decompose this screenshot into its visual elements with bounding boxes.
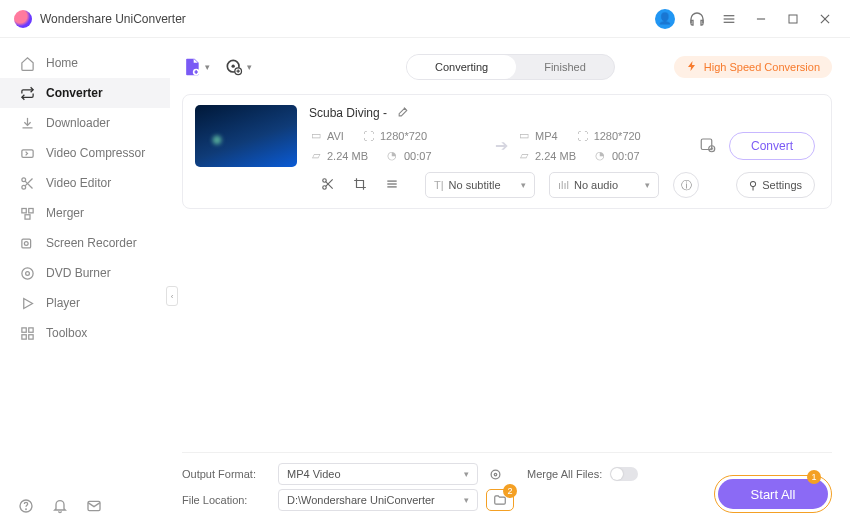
svg-marker-19 (23, 298, 32, 308)
dst-resolution: 1280*720 (594, 130, 641, 142)
svg-point-40 (491, 470, 500, 479)
sidebar-item-label: Video Compressor (46, 146, 145, 160)
home-icon (18, 56, 36, 71)
svg-rect-12 (21, 208, 25, 212)
svg-point-25 (26, 509, 27, 510)
sidebar-item-label: Converter (46, 86, 103, 100)
high-speed-label: High Speed Conversion (704, 61, 820, 73)
mail-icon[interactable] (86, 498, 102, 517)
svg-rect-20 (21, 327, 25, 331)
video-thumbnail[interactable] (195, 105, 297, 167)
scissors-icon (18, 176, 36, 191)
help-icon[interactable] (18, 498, 34, 517)
src-size: 2.24 MB (327, 150, 368, 162)
info-button[interactable]: ⓘ (673, 172, 699, 198)
settings-label: Settings (762, 179, 802, 191)
svg-point-41 (494, 473, 497, 476)
resolution-icon: ⛶ (362, 130, 375, 142)
merger-icon (18, 206, 36, 221)
edit-title-icon[interactable] (397, 105, 410, 121)
merge-files-toggle[interactable] (610, 467, 638, 481)
add-file-button[interactable]: ▾ (182, 57, 210, 77)
sidebar-item-label: Player (46, 296, 80, 310)
dst-duration: 00:07 (612, 150, 640, 162)
output-settings-icon[interactable] (699, 136, 717, 156)
svg-rect-15 (21, 239, 30, 248)
svg-point-8 (21, 177, 25, 181)
subtitle-dropdown[interactable]: T|No subtitle▾ (425, 172, 535, 198)
output-format-dropdown[interactable]: MP4 Video▾ (278, 463, 478, 485)
maximize-button[interactable] (782, 8, 804, 30)
settings-button[interactable]: ⚲Settings (736, 172, 815, 198)
audio-value: No audio (574, 179, 618, 191)
sidebar-item-toolbox[interactable]: Toolbox (0, 318, 170, 348)
close-button[interactable] (814, 8, 836, 30)
converter-icon (18, 86, 36, 101)
svg-point-9 (21, 185, 25, 189)
svg-rect-31 (701, 139, 712, 150)
app-logo (14, 10, 32, 28)
src-duration: 00:07 (404, 150, 432, 162)
sidebar-item-label: Screen Recorder (46, 236, 137, 250)
tab-converting[interactable]: Converting (407, 55, 516, 79)
crop-icon[interactable] (353, 177, 367, 194)
svg-rect-21 (28, 327, 32, 331)
grid-icon (18, 326, 36, 341)
convert-button[interactable]: Convert (729, 132, 815, 160)
dst-size: 2.24 MB (535, 150, 576, 162)
sidebar-item-downloader[interactable]: Downloader (0, 108, 170, 138)
audio-dropdown[interactable]: ılılNo audio▾ (549, 172, 659, 198)
sidebar-item-home[interactable]: Home (0, 48, 170, 78)
format-icon: ▭ (517, 129, 530, 142)
bolt-icon (686, 60, 698, 74)
user-avatar[interactable]: 👤 (654, 8, 676, 30)
add-url-button[interactable]: ▾ (224, 57, 252, 77)
svg-rect-23 (28, 334, 32, 338)
svg-point-18 (25, 271, 29, 275)
file-title: Scuba Diving - (309, 106, 387, 120)
file-location-dropdown[interactable]: D:\Wondershare UniConverter▾ (278, 489, 478, 511)
file-location-label: File Location: (182, 494, 278, 506)
headset-icon[interactable] (686, 8, 708, 30)
sidebar-item-dvd[interactable]: DVD Burner (0, 258, 170, 288)
svg-point-17 (21, 267, 32, 278)
sidebar-item-player[interactable]: Player (0, 288, 170, 318)
cut-icon[interactable] (321, 177, 335, 194)
sidebar-item-label: Merger (46, 206, 84, 220)
open-folder-button[interactable]: 2 (486, 489, 514, 511)
sidebar-item-editor[interactable]: Video Editor (0, 168, 170, 198)
download-icon (18, 116, 36, 131)
merge-files-label: Merge All Files: (527, 468, 602, 480)
tab-finished[interactable]: Finished (516, 55, 614, 79)
src-resolution: 1280*720 (380, 130, 427, 142)
size-icon: ▱ (309, 149, 322, 162)
sidebar-item-converter[interactable]: Converter (0, 78, 170, 108)
sidebar-item-compressor[interactable]: Video Compressor (0, 138, 170, 168)
dst-format: MP4 (535, 130, 558, 142)
chevron-down-icon: ▾ (205, 62, 210, 72)
svg-rect-13 (28, 208, 32, 212)
svg-rect-4 (789, 15, 797, 23)
recorder-icon (18, 236, 36, 251)
bell-icon[interactable] (52, 498, 68, 517)
sidebar-item-label: Toolbox (46, 326, 87, 340)
file-location-value: D:\Wondershare UniConverter (287, 494, 435, 506)
minimize-button[interactable] (750, 8, 772, 30)
effects-icon[interactable] (385, 177, 399, 194)
high-speed-button[interactable]: High Speed Conversion (674, 56, 832, 78)
output-format-gear-icon[interactable] (488, 467, 503, 482)
svg-point-16 (24, 241, 28, 245)
sidebar-item-label: Downloader (46, 116, 110, 130)
sidebar-item-merger[interactable]: Merger (0, 198, 170, 228)
file-plus-icon (182, 57, 202, 77)
compressor-icon (18, 146, 36, 161)
src-format: AVI (327, 130, 344, 142)
file-card: Scuba Diving - ▭AVI ⛶1280*720 ▱2.24 MB ◔… (182, 94, 832, 209)
svg-rect-22 (21, 334, 25, 338)
clock-icon: ◔ (594, 149, 607, 162)
sidebar-item-label: DVD Burner (46, 266, 111, 280)
sidebar-item-recorder[interactable]: Screen Recorder (0, 228, 170, 258)
annotation-2: 2 (503, 484, 517, 498)
menu-icon[interactable] (718, 8, 740, 30)
arrow-right-icon: ➔ (485, 136, 517, 155)
